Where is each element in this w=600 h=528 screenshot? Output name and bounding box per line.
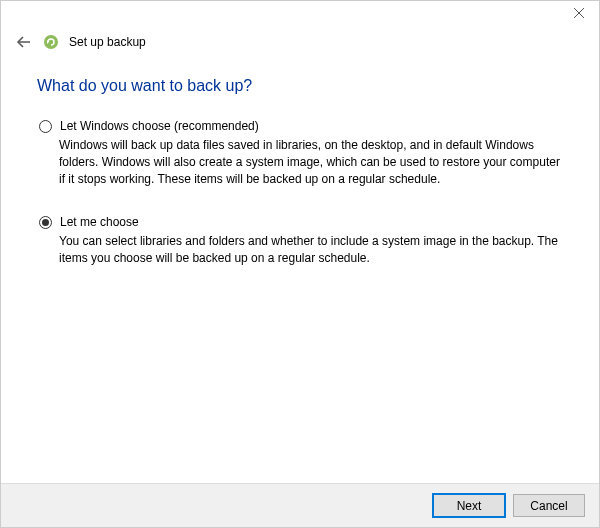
radio-label-let-me-choose: Let me choose: [60, 215, 139, 229]
back-button[interactable]: [15, 33, 33, 51]
option-let-me-choose: Let me choose You can select libraries a…: [37, 215, 563, 267]
radio-icon: [39, 216, 52, 229]
svg-point-3: [44, 35, 58, 49]
header-row: Set up backup: [1, 29, 599, 59]
radio-let-me-choose[interactable]: Let me choose: [39, 215, 563, 229]
content-area: What do you want to back up? Let Windows…: [1, 59, 599, 483]
close-icon: [574, 8, 584, 18]
radio-icon: [39, 120, 52, 133]
next-button[interactable]: Next: [433, 494, 505, 517]
desc-windows-choose: Windows will back up data files saved in…: [59, 137, 563, 187]
titlebar: [1, 1, 599, 29]
radio-windows-choose[interactable]: Let Windows choose (recommended): [39, 119, 563, 133]
cancel-button[interactable]: Cancel: [513, 494, 585, 517]
window-title: Set up backup: [69, 35, 146, 49]
footer: Next Cancel: [1, 483, 599, 527]
page-heading: What do you want to back up?: [37, 77, 563, 95]
wizard-window: Set up backup What do you want to back u…: [0, 0, 600, 528]
radio-label-windows-choose: Let Windows choose (recommended): [60, 119, 259, 133]
close-button[interactable]: [559, 1, 599, 25]
option-windows-choose: Let Windows choose (recommended) Windows…: [37, 119, 563, 187]
backup-icon: [43, 34, 59, 50]
desc-let-me-choose: You can select libraries and folders and…: [59, 233, 563, 267]
back-arrow-icon: [16, 34, 32, 50]
